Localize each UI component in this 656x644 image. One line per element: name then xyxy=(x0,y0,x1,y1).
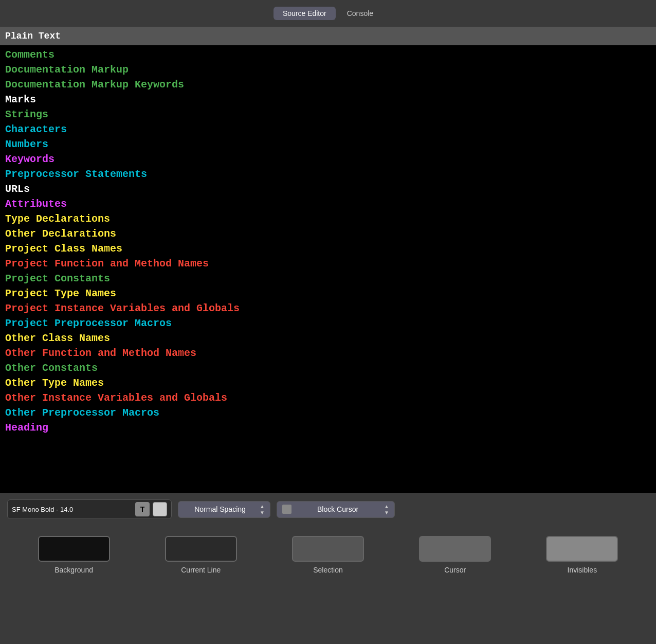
plain-text-label: Plain Text xyxy=(5,31,61,41)
code-item-heading[interactable]: Heading xyxy=(5,420,651,435)
stepper-up-icon: ▲ xyxy=(260,504,265,509)
font-type-button[interactable]: T xyxy=(135,502,150,516)
swatch-box-background[interactable] xyxy=(38,536,110,562)
swatches-row: BackgroundCurrent LineSelectionCursorInv… xyxy=(0,526,656,587)
swatch-item-cursor[interactable]: Cursor xyxy=(419,536,491,574)
code-item-characters[interactable]: Characters xyxy=(5,122,651,137)
code-item-other-class-names[interactable]: Other Class Names xyxy=(5,331,651,346)
cursor-label: Block Cursor xyxy=(295,505,381,513)
code-item-keywords[interactable]: Keywords xyxy=(5,152,651,167)
swatch-item-background[interactable]: Background xyxy=(38,536,110,574)
swatch-label-invisibles: Invisibles xyxy=(568,566,597,574)
code-item-comments[interactable]: Comments xyxy=(5,47,651,62)
code-item-project-class-names[interactable]: Project Class Names xyxy=(5,241,651,256)
code-item-strings[interactable]: Strings xyxy=(5,107,651,122)
swatch-label-selection: Selection xyxy=(313,566,343,574)
code-item-project-constants[interactable]: Project Constants xyxy=(5,271,651,286)
cursor-stepper[interactable]: ▲ ▼ xyxy=(384,504,389,515)
code-item-project-function-method-names[interactable]: Project Function and Method Names xyxy=(5,256,651,271)
cursor-selector[interactable]: Block Cursor ▲ ▼ xyxy=(277,501,395,518)
code-item-project-preprocessor-macros[interactable]: Project Preprocessor Macros xyxy=(5,316,651,331)
swatch-item-selection[interactable]: Selection xyxy=(292,536,364,574)
swatch-label-current-line: Current Line xyxy=(181,566,221,574)
spacing-stepper[interactable]: ▲ ▼ xyxy=(260,504,265,515)
code-item-other-instance-variables-globals[interactable]: Other Instance Variables and Globals xyxy=(5,390,651,405)
swatch-item-invisibles[interactable]: Invisibles xyxy=(546,536,618,574)
cursor-stepper-up-icon: ▲ xyxy=(384,504,389,509)
code-item-other-preprocessor-macros[interactable]: Other Preprocessor Macros xyxy=(5,405,651,420)
swatch-label-background: Background xyxy=(54,566,93,574)
code-item-type-declarations[interactable]: Type Declarations xyxy=(5,211,651,226)
font-selector[interactable]: SF Mono Bold - 14.0 T xyxy=(7,499,172,519)
tab-source-editor[interactable]: Source Editor xyxy=(274,7,336,20)
font-name-label: SF Mono Bold - 14.0 xyxy=(12,506,132,513)
swatch-box-cursor[interactable] xyxy=(419,536,491,562)
spacing-selector[interactable]: Normal Spacing ▲ ▼ xyxy=(178,501,270,518)
swatch-label-cursor: Cursor xyxy=(444,566,466,574)
bottom-toolbar: SF Mono Bold - 14.0 T Normal Spacing ▲ ▼… xyxy=(0,493,656,526)
code-item-project-type-names[interactable]: Project Type Names xyxy=(5,286,651,301)
stepper-down-icon: ▼ xyxy=(260,510,265,515)
code-item-other-declarations[interactable]: Other Declarations xyxy=(5,226,651,241)
tab-console[interactable]: Console xyxy=(338,7,382,20)
code-item-preprocessor-statements[interactable]: Preprocessor Statements xyxy=(5,167,651,182)
code-item-attributes[interactable]: Attributes xyxy=(5,196,651,211)
swatch-box-invisibles[interactable] xyxy=(546,536,618,562)
font-color-swatch[interactable] xyxy=(153,502,167,516)
code-area: CommentsDocumentation MarkupDocumentatio… xyxy=(0,45,656,493)
code-item-other-function-method-names[interactable]: Other Function and Method Names xyxy=(5,346,651,361)
code-item-urls[interactable]: URLs xyxy=(5,182,651,196)
code-item-other-constants[interactable]: Other Constants xyxy=(5,361,651,375)
code-item-documentation-markup-keywords[interactable]: Documentation Markup Keywords xyxy=(5,77,651,92)
cursor-icon xyxy=(282,505,291,514)
swatch-box-current-line[interactable] xyxy=(165,536,237,562)
spacing-label: Normal Spacing xyxy=(184,505,257,513)
tab-bar: Source Editor Console xyxy=(0,0,656,27)
code-item-marks[interactable]: Marks xyxy=(5,92,651,107)
code-item-documentation-markup[interactable]: Documentation Markup xyxy=(5,62,651,77)
swatch-box-selection[interactable] xyxy=(292,536,364,562)
code-item-project-instance-variables-globals[interactable]: Project Instance Variables and Globals xyxy=(5,301,651,316)
code-item-numbers[interactable]: Numbers xyxy=(5,137,651,152)
code-item-other-type-names[interactable]: Other Type Names xyxy=(5,375,651,390)
cursor-stepper-down-icon: ▼ xyxy=(384,510,389,515)
plain-text-header: Plain Text xyxy=(0,27,656,45)
swatch-item-current-line[interactable]: Current Line xyxy=(165,536,237,574)
